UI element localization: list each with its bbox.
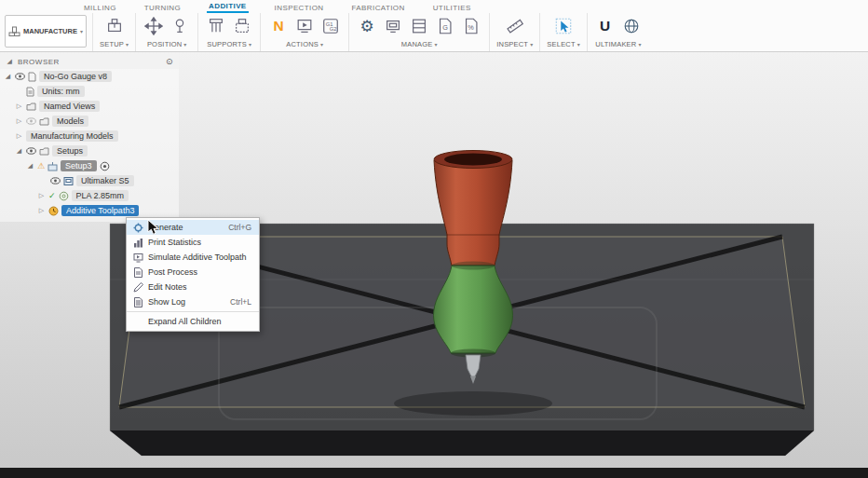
group-label-supports[interactable]: SUPPORTS▾ (207, 38, 251, 49)
menu-item-expand-all-children[interactable]: Expand All Children (127, 314, 259, 329)
tree-item-manufacturing-models[interactable]: ▷ Manufacturing Models (0, 129, 179, 143)
units-icon (26, 87, 34, 97)
templates-icon[interactable]: % (460, 15, 482, 37)
setup-icon (47, 161, 58, 171)
expander-closed-icon[interactable]: ▷ (37, 192, 46, 199)
support-volume-icon[interactable] (231, 15, 253, 37)
group-label-setup[interactable]: SETUP▾ (100, 38, 129, 49)
tree-item-named-views[interactable]: ▷ Named Views (0, 99, 179, 114)
tree-item-models[interactable]: ▷ Models (0, 114, 179, 129)
tab-fabrication[interactable]: FABRICATION (350, 2, 407, 13)
expander-open-icon[interactable]: ◢ (15, 147, 23, 155)
tree-item-label[interactable]: Setup3 (61, 160, 97, 171)
tree-item-additive-toolpath3[interactable]: ▷ Additive Toolpath3 (0, 203, 179, 218)
tree-item-label[interactable]: PLA 2.85mm (72, 190, 129, 201)
expander-closed-icon[interactable]: ▷ (15, 102, 23, 110)
expander-open-icon[interactable]: ◢ (4, 73, 12, 80)
group-label-inspect[interactable]: INSPECT▾ (496, 38, 533, 49)
netfabb-icon[interactable]: N (267, 15, 290, 37)
folder-icon (39, 117, 49, 126)
caret-icon: ▾ (80, 28, 83, 34)
menu-item-show-log[interactable]: Show Log Ctrl+L (127, 294, 259, 309)
group-label-ultimaker[interactable]: ULTIMAKER▾ (595, 38, 641, 49)
expander-closed-icon[interactable]: ▷ (15, 132, 23, 140)
menu-item-post-process[interactable]: Post Process (127, 265, 259, 280)
tab-utilities[interactable]: UTILITIES (431, 2, 473, 13)
tree-item-root[interactable]: ◢ No-Go Gauge v8 (0, 69, 179, 84)
print-settings-icon[interactable] (382, 15, 404, 37)
material-spool-icon (59, 191, 69, 201)
group-label-select[interactable]: SELECT▾ (547, 38, 580, 49)
tree-item-label[interactable]: No-Go Gauge v8 (39, 71, 112, 82)
ribbon: MILLING TURNING ADDITIVE INSPECTION FABR… (0, 0, 868, 52)
tree-item-units[interactable]: Units: mm (0, 84, 179, 99)
tree-item-label[interactable]: Setups (52, 145, 88, 157)
machine-settings-gear-icon[interactable]: ⚙ (356, 15, 378, 37)
document-icon (28, 72, 36, 82)
group-position: POSITION▾ (135, 13, 197, 51)
eye-icon[interactable] (50, 177, 61, 184)
eye-icon[interactable] (26, 147, 36, 155)
browser-header[interactable]: ◢ BROWSER ⊙ (0, 54, 179, 69)
browser-options-icon[interactable]: ⊙ (166, 57, 173, 66)
active-setup-target-icon[interactable] (100, 161, 110, 171)
menu-separator (127, 311, 259, 312)
context-menu: Generate Ctrl+G Print Statistics Simulat… (126, 217, 260, 332)
eye-off-icon[interactable] (26, 117, 36, 125)
new-setup-icon[interactable] (103, 15, 126, 37)
workspace-label: MANUFACTURE (23, 27, 77, 35)
menu-item-edit-notes[interactable]: Edit Notes (127, 280, 259, 294)
menu-item-print-statistics[interactable]: Print Statistics (127, 235, 259, 250)
gcode-post-icon[interactable]: G1G2 (319, 15, 342, 37)
expander-closed-icon[interactable]: ▷ (37, 207, 46, 214)
post-library-icon[interactable]: G (434, 15, 456, 37)
needs-generate-clock-icon (48, 206, 59, 216)
automatic-orientation-icon[interactable] (169, 15, 191, 37)
tree-item-ultimaker-s5[interactable]: Ultimaker S5 (0, 173, 179, 188)
check-icon: ✓ (48, 191, 56, 200)
tree-item-setups[interactable]: ◢ Setups (0, 143, 179, 158)
tree-item-pla[interactable]: ▷ ✓ PLA 2.85mm (0, 188, 179, 203)
tree-item-label[interactable]: Units: mm (37, 86, 85, 97)
group-inspect: INSPECT▾ (489, 13, 539, 51)
menu-item-label: Show Log (148, 297, 185, 307)
caret-icon: ▾ (434, 41, 437, 48)
tree-item-label[interactable]: Additive Toolpath3 (61, 205, 139, 216)
menu-item-label: Post Process (148, 267, 197, 277)
tab-inspection[interactable]: INSPECTION (273, 2, 326, 13)
expander-open-icon[interactable]: ◢ (26, 162, 34, 170)
tree-item-label[interactable]: Ultimaker S5 (76, 175, 134, 186)
collapse-icon[interactable]: ◢ (6, 58, 14, 65)
group-actions: N G1G2 ACTIONS▾ (260, 13, 348, 51)
machine-library-icon[interactable] (408, 15, 430, 37)
svg-text:G: G (443, 23, 449, 32)
spacer (132, 316, 143, 327)
group-label-position[interactable]: POSITION▾ (147, 38, 187, 49)
move-icon[interactable] (142, 15, 165, 37)
menu-item-simulate[interactable]: Simulate Additive Toolpath (127, 250, 259, 265)
tree-item-label[interactable]: Models (52, 116, 88, 127)
tab-turning[interactable]: TURNING (142, 2, 183, 13)
group-label-manage[interactable]: MANAGE▾ (401, 38, 438, 49)
tab-milling[interactable]: MILLING (82, 2, 118, 13)
measure-ruler-icon[interactable] (504, 15, 526, 37)
tree-item-label[interactable]: Manufacturing Models (26, 130, 118, 142)
select-cursor-icon[interactable] (552, 15, 575, 37)
group-label-actions[interactable]: ACTIONS▾ (286, 38, 323, 49)
ultimaker-u-icon[interactable]: U (594, 15, 617, 37)
simulate-toolpath-icon[interactable] (293, 15, 316, 37)
tree-item-label[interactable]: Named Views (39, 101, 100, 112)
browser-panel: ◢ BROWSER ⊙ ◢ No-Go Gauge v8 Units: mm ▷… (0, 54, 179, 222)
support-bars-icon[interactable] (205, 15, 227, 37)
menu-item-label: Expand All Children (148, 317, 222, 326)
menu-item-label: Edit Notes (148, 282, 187, 292)
expander-closed-icon[interactable]: ▷ (15, 117, 23, 125)
workspace-switcher[interactable]: MANUFACTURE ▾ (5, 15, 87, 48)
eye-icon[interactable] (15, 73, 25, 80)
caret-icon: ▾ (183, 41, 186, 48)
caret-icon: ▾ (530, 41, 533, 48)
menu-item-label: Simulate Additive Toolpath (148, 253, 246, 262)
tab-additive[interactable]: ADDITIVE (207, 0, 249, 13)
digital-factory-globe-icon[interactable] (620, 15, 643, 37)
tree-item-setup3[interactable]: ◢ ⚠ Setup3 (0, 158, 179, 173)
